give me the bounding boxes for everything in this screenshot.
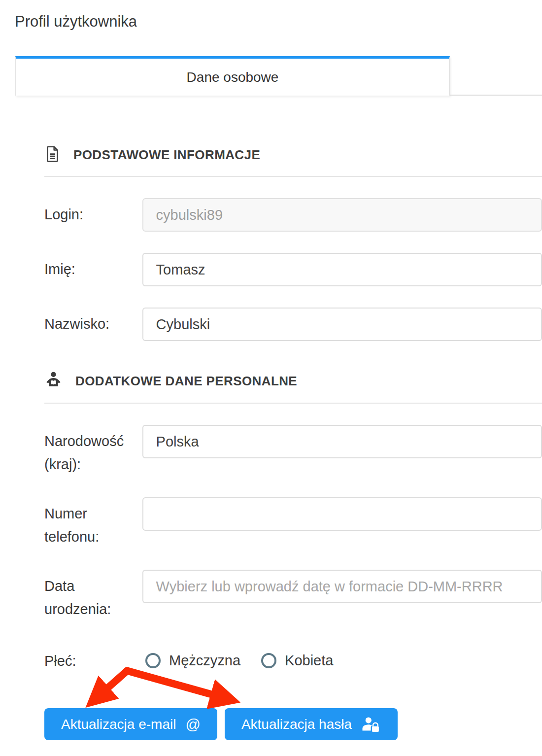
tab-dane-osobowe[interactable]: Dane osobowe (15, 56, 450, 96)
gender-radio-group: Mężczyzna Kobieta (145, 645, 354, 669)
birth-date-label: Data urodzenia: (44, 570, 142, 621)
radio-kobieta[interactable]: Kobieta (261, 653, 333, 669)
section-additional-title: DODATKOWE DANE PERSONALNE (75, 374, 297, 389)
profile-form: PODSTAWOWE INFORMACJE Login: Imię: Nazwi… (0, 145, 542, 740)
update-email-label: Aktualizacja e-mail (61, 717, 176, 732)
section-divider (44, 176, 542, 177)
person-lock-icon (361, 716, 381, 733)
tab-bar-filler (450, 56, 542, 96)
update-password-label: Aktualizacja hasła (241, 717, 352, 732)
radio-circle-icon[interactable] (261, 653, 276, 668)
nationality-row: Narodowość (kraj): (44, 425, 542, 476)
login-label: Login: (44, 198, 142, 226)
at-icon: @ (185, 716, 200, 733)
login-input (142, 198, 542, 232)
first-name-input[interactable] (142, 253, 542, 286)
page-title: Profil użytkownika (15, 13, 542, 31)
birth-date-input[interactable] (142, 570, 542, 603)
phone-row: Numer telefonu: (44, 497, 542, 549)
radio-kobieta-label: Kobieta (285, 653, 333, 669)
first-name-label: Imię: (44, 253, 142, 281)
section-divider (44, 403, 542, 404)
radio-mezczyzna-label: Mężczyzna (169, 653, 240, 669)
section-additional-header: DODATKOWE DANE PERSONALNE (44, 371, 542, 392)
tab-label: Dane osobowe (187, 69, 279, 85)
gender-row: Płeć: Mężczyzna Kobieta (44, 645, 542, 673)
person-icon (44, 371, 63, 392)
birth-date-row: Data urodzenia: (44, 570, 542, 621)
nationality-label: Narodowość (kraj): (44, 425, 142, 476)
action-buttons: Aktualizacja e-mail @ Aktualizacja hasła (44, 708, 542, 740)
phone-input[interactable] (142, 497, 542, 531)
login-row: Login: (44, 198, 542, 232)
section-basic-title: PODSTAWOWE INFORMACJE (73, 147, 260, 163)
user-profile-page: Profil użytkownika Dane osobowe PODSTAWO… (0, 13, 542, 756)
update-email-button[interactable]: Aktualizacja e-mail @ (44, 708, 217, 740)
section-basic-header: PODSTAWOWE INFORMACJE (44, 145, 542, 165)
radio-mezczyzna[interactable]: Mężczyzna (145, 653, 240, 669)
last-name-row: Nazwisko: (44, 308, 542, 341)
last-name-label: Nazwisko: (44, 308, 142, 336)
radio-circle-icon[interactable] (145, 653, 161, 668)
phone-label: Numer telefonu: (44, 497, 142, 549)
last-name-input[interactable] (142, 308, 542, 341)
tab-bar: Dane osobowe (0, 56, 542, 96)
first-name-row: Imię: (44, 253, 542, 286)
gender-label: Płeć: (44, 645, 145, 673)
document-icon (44, 145, 61, 165)
nationality-input[interactable] (142, 425, 542, 458)
update-password-button[interactable]: Aktualizacja hasła (225, 708, 398, 740)
